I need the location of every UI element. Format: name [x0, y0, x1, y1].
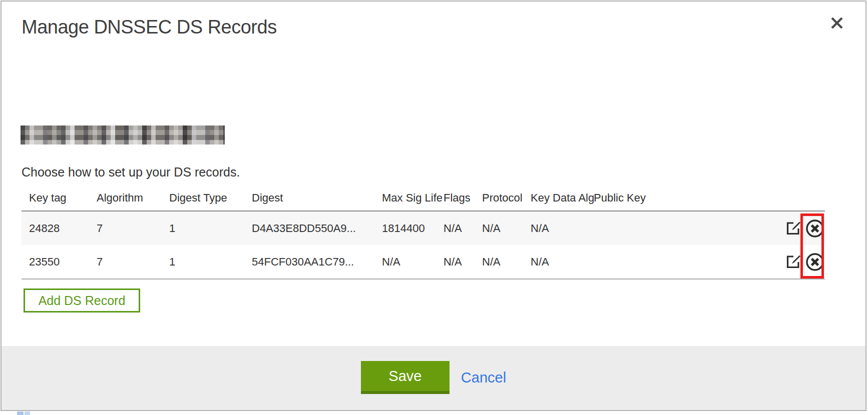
- row-actions: [780, 252, 825, 272]
- circle-x-glyph: [805, 218, 825, 238]
- cell-key-data-alg: N/A: [531, 222, 594, 235]
- cancel-link[interactable]: Cancel: [461, 361, 506, 394]
- col-header-protocol: Protocol: [482, 192, 531, 204]
- cell-digest-type: 1: [169, 256, 252, 268]
- col-header-digest: Digest: [252, 192, 382, 204]
- row-actions: [780, 218, 825, 238]
- background-page-artifact: [25, 412, 30, 415]
- edit-icon[interactable]: [783, 218, 803, 238]
- table-header-row: Key tag Algorithm Digest Type Digest Max…: [22, 186, 825, 210]
- col-header-key-data-alg: Key Data Alg: [531, 192, 594, 204]
- ds-records-table: Key tag Algorithm Digest Type Digest Max…: [22, 186, 825, 280]
- table-row: 23550 7 1 54FCF030AA1C79... N/A N/A N/A …: [22, 245, 825, 280]
- close-x-glyph: [830, 16, 844, 30]
- remove-icon[interactable]: [805, 218, 825, 238]
- col-header-algorithm: Algorithm: [97, 192, 169, 204]
- cell-key-tag: 23550: [29, 256, 97, 268]
- cell-algorithm: 7: [97, 256, 169, 268]
- cell-key-tag: 24828: [29, 222, 97, 235]
- cell-digest: D4A33E8DD550A9...: [252, 222, 382, 235]
- dialog-footer: Save Cancel: [2, 346, 865, 410]
- add-ds-record-button[interactable]: Add DS Record: [24, 288, 140, 312]
- edit-pencil-glyph: [784, 252, 802, 271]
- redacted-domain-name: [21, 126, 225, 144]
- col-header-public-key: Public Key: [594, 192, 780, 204]
- cell-protocol: N/A: [482, 222, 531, 235]
- instruction-text: Choose how to set up your DS records.: [22, 165, 240, 180]
- table-row: 24828 7 1 D4A33E8DD550A9... 1814400 N/A …: [22, 210, 825, 245]
- edit-icon[interactable]: [783, 252, 803, 272]
- cell-flags: N/A: [444, 256, 482, 268]
- cell-digest-type: 1: [169, 222, 252, 235]
- cell-max-sig-life: N/A: [382, 256, 444, 268]
- cell-digest: 54FCF030AA1C79...: [252, 256, 382, 268]
- edit-pencil-glyph: [784, 219, 802, 238]
- col-header-max-sig-life: Max Sig Life: [382, 192, 444, 204]
- remove-icon[interactable]: [805, 252, 825, 272]
- cell-protocol: N/A: [482, 256, 531, 268]
- manage-dnssec-dialog: Manage DNSSEC DS Records Choose how to s…: [1, 0, 866, 411]
- background-page-artifact: [17, 412, 24, 415]
- col-header-flags: Flags: [444, 192, 482, 204]
- cell-algorithm: 7: [97, 222, 169, 235]
- close-icon[interactable]: [828, 14, 845, 32]
- col-header-digest-type: Digest Type: [169, 192, 252, 204]
- circle-x-glyph: [805, 252, 825, 272]
- cell-max-sig-life: 1814400: [382, 222, 444, 235]
- cell-key-data-alg: N/A: [531, 256, 594, 268]
- page-title: Manage DNSSEC DS Records: [22, 16, 277, 38]
- col-header-key-tag: Key tag: [29, 192, 97, 204]
- cell-flags: N/A: [444, 222, 482, 235]
- save-button[interactable]: Save: [361, 361, 450, 394]
